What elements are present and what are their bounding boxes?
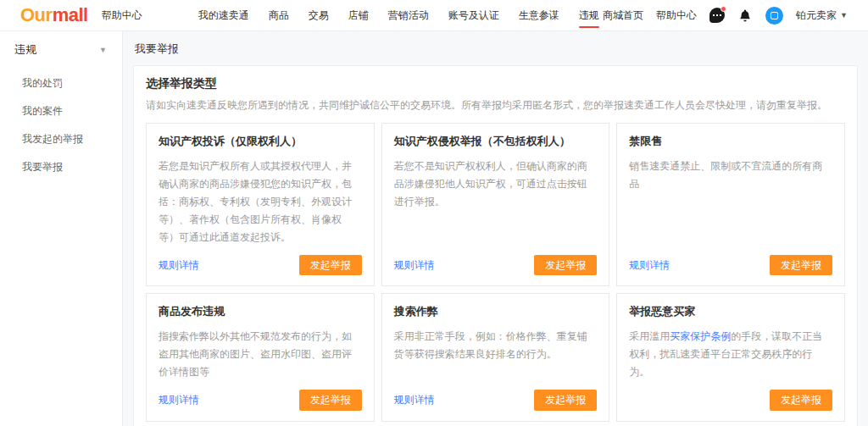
card-malicious-buyer: 举报恶意买家 采用滥用买家保护条例的手段，谋取不正当权利，扰乱速卖通平台正常交易… bbox=[616, 293, 845, 421]
nav-item-trade[interactable]: 交易 bbox=[309, 0, 329, 31]
sidebar-items: 我的处罚 我的案件 我发起的举报 我要举报 bbox=[0, 69, 122, 181]
nav-item-violations-active[interactable]: 违规 bbox=[579, 0, 599, 31]
card-search-cheating: 搜索作弊 采用非正常手段，例如：价格作弊、重复铺货等获得搜索结果良好排名的行为。… bbox=[381, 293, 610, 421]
start-report-button[interactable]: 发起举报 bbox=[299, 390, 362, 410]
main-nav: 我的速卖通 商品 交易 店铺 营销活动 账号及认证 生意参谋 违规 bbox=[198, 0, 599, 31]
seller-account-menu[interactable]: 铂元卖家 ▼ bbox=[796, 8, 848, 23]
card-description: 采用非正常手段，例如：价格作弊、重复铺货等获得搜索结果良好排名的行为。 bbox=[394, 328, 598, 363]
card-footer: 规则详情 发起举报 bbox=[394, 246, 598, 275]
page-body: 违规 ▼ 我的处罚 我的案件 我发起的举报 我要举报 我要举报 选择举报类型 请… bbox=[0, 31, 868, 426]
card-description: 若您是知识产权所有人或其授权代理人，并确认商家的商品涉嫌侵犯您的知识产权，包括：… bbox=[159, 158, 362, 246]
page-title: 我要举报 bbox=[135, 41, 858, 57]
start-report-button[interactable]: 发起举报 bbox=[534, 255, 597, 275]
main-content: 我要举报 选择举报类型 请如实向速卖通反映您所遇到的情况，共同维护诚信公平的交易… bbox=[123, 31, 868, 426]
top-header: Ourmall 帮助中心 我的速卖通 商品 交易 店铺 营销活动 账号及认证 生… bbox=[0, 0, 868, 31]
card-footer: 规则详情 发起举报 bbox=[159, 381, 362, 410]
card-title: 商品发布违规 bbox=[159, 304, 362, 319]
report-hint-text: 请如实向速卖通反映您所遇到的情况，共同维护诚信公平的交易环境。所有举报均采用匿名… bbox=[146, 98, 845, 113]
nav-item-business-advisor[interactable]: 生意参谋 bbox=[519, 0, 559, 31]
seller-name: 铂元卖家 bbox=[796, 8, 837, 23]
card-description: 指搜索作弊以外其他不规范发布的行为，如盗用其他商家的图片、盗用水印图、盗用评价详… bbox=[159, 328, 362, 381]
header-right-group: 商城首页 帮助中心 铂元卖家 ▼ bbox=[603, 7, 848, 25]
logo-help-center-label[interactable]: 帮助中心 bbox=[102, 8, 142, 23]
sidebar-item-my-reports[interactable]: 我发起的举报 bbox=[0, 125, 122, 153]
start-report-button[interactable]: 发起举报 bbox=[770, 255, 832, 275]
start-report-button[interactable]: 发起举报 bbox=[299, 255, 362, 275]
rule-detail-link[interactable]: 规则详情 bbox=[629, 258, 670, 273]
chevron-down-icon: ▼ bbox=[99, 46, 107, 54]
sidebar-item-i-want-to-report[interactable]: 我要举报 bbox=[0, 153, 122, 181]
card-title: 禁限售 bbox=[629, 134, 832, 149]
sidebar: 违规 ▼ 我的处罚 我的案件 我发起的举报 我要举报 bbox=[0, 31, 123, 426]
sidebar-item-my-penalties[interactable]: 我的处罚 bbox=[0, 69, 122, 97]
card-title: 搜索作弊 bbox=[394, 304, 598, 319]
sidebar-section-violations[interactable]: 违规 ▼ bbox=[0, 42, 122, 58]
logo-part-our: Our bbox=[20, 4, 53, 25]
desc-text-before: 采用滥用 bbox=[629, 330, 670, 342]
message-dots bbox=[713, 14, 721, 16]
nav-item-my-aliexpress[interactable]: 我的速卖通 bbox=[198, 0, 249, 31]
avatar-glyph bbox=[771, 12, 778, 19]
sidebar-item-my-cases[interactable]: 我的案件 bbox=[0, 97, 122, 125]
start-report-button[interactable]: 发起举报 bbox=[770, 390, 832, 410]
nav-item-marketing[interactable]: 营销活动 bbox=[388, 0, 429, 31]
logo-part-mall: mall bbox=[53, 4, 88, 25]
nav-item-store[interactable]: 店铺 bbox=[348, 0, 369, 31]
nav-item-account-cert[interactable]: 账号及认证 bbox=[448, 0, 499, 31]
message-bubble-icon[interactable] bbox=[709, 8, 725, 23]
card-description: 采用滥用买家保护条例的手段，谋取不正当权利，扰乱速卖通平台正常交易秩序的行为。 bbox=[629, 328, 832, 381]
card-description: 销售速卖通禁止、限制或不宜流通的所有商品 bbox=[629, 158, 832, 193]
start-report-button[interactable]: 发起举报 bbox=[534, 390, 597, 410]
report-type-panel: 选择举报类型 请如实向速卖通反映您所遇到的情况，共同维护诚信公平的交易环境。所有… bbox=[133, 65, 858, 426]
section-title: 选择举报类型 bbox=[146, 76, 845, 91]
nav-item-products[interactable]: 商品 bbox=[269, 0, 289, 31]
notification-badge-dot bbox=[721, 6, 726, 12]
card-title: 知识产权投诉（仅限权利人） bbox=[159, 134, 362, 149]
buyer-protection-policy-link[interactable]: 买家保护条例 bbox=[670, 330, 731, 342]
bell-icon[interactable] bbox=[737, 8, 753, 23]
card-title: 知识产权侵权举报（不包括权利人） bbox=[394, 134, 598, 149]
card-prohibited-goods: 禁限售 销售速卖通禁止、限制或不宜流通的所有商品 规则详情 发起举报 bbox=[616, 123, 845, 286]
card-title: 举报恶意买家 bbox=[629, 304, 832, 319]
report-card-grid: 知识产权投诉（仅限权利人） 若您是知识产权所有人或其授权代理人，并确认商家的商品… bbox=[146, 123, 845, 422]
card-ip-infringement-report: 知识产权侵权举报（不包括权利人） 若您不是知识产权权利人，但确认商家的商品涉嫌侵… bbox=[381, 123, 610, 286]
card-description: 若您不是知识产权权利人，但确认商家的商品涉嫌侵犯他人知识产权，可通过点击按钮进行… bbox=[394, 158, 598, 211]
rule-detail-link[interactable]: 规则详情 bbox=[394, 258, 435, 273]
card-footer: 规则详情 发起举报 bbox=[159, 246, 362, 275]
card-ip-complaint: 知识产权投诉（仅限权利人） 若您是知识产权所有人或其授权代理人，并确认商家的商品… bbox=[146, 123, 375, 286]
card-footer: 发起举报 bbox=[629, 381, 832, 410]
card-footer: 规则详情 发起举报 bbox=[394, 381, 598, 410]
card-listing-violation: 商品发布违规 指搜索作弊以外其他不规范发布的行为，如盗用其他商家的图片、盗用水印… bbox=[146, 293, 375, 421]
ourmall-logo[interactable]: Ourmall bbox=[20, 6, 88, 25]
help-center-link[interactable]: 帮助中心 bbox=[656, 8, 697, 23]
rule-detail-link[interactable]: 规则详情 bbox=[159, 258, 199, 273]
mall-home-link[interactable]: 商城首页 bbox=[603, 8, 643, 23]
sidebar-section-label: 违规 bbox=[14, 42, 36, 58]
chevron-down-icon: ▼ bbox=[840, 11, 848, 19]
rule-detail-link[interactable]: 规则详情 bbox=[394, 393, 435, 407]
card-footer: 规则详情 发起举报 bbox=[629, 246, 832, 275]
rule-detail-link[interactable]: 规则详情 bbox=[159, 393, 199, 407]
avatar[interactable] bbox=[765, 7, 783, 25]
